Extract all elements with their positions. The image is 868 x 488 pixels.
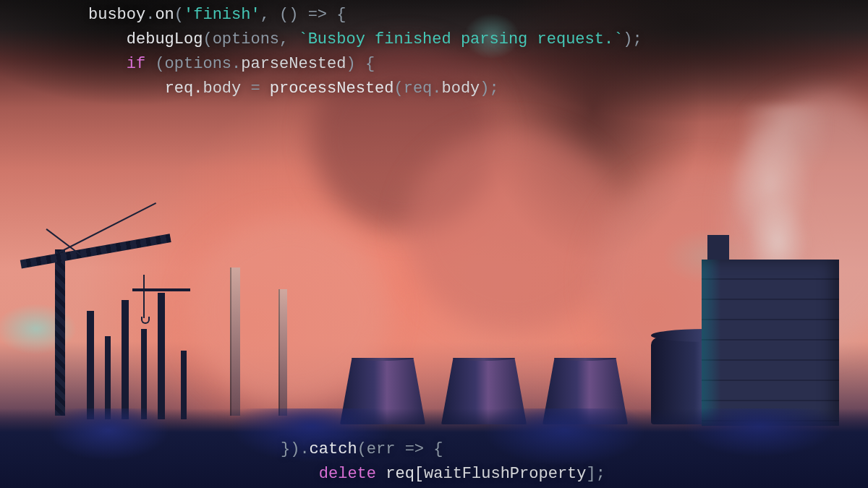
code-token: =>	[308, 6, 327, 24]
code-token: {	[424, 440, 443, 458]
code-token: );	[623, 30, 642, 48]
code-token: processNested	[270, 80, 394, 98]
code-token: catch	[310, 440, 357, 458]
code-token: 'finish'	[184, 6, 260, 24]
code-token: busboy	[88, 6, 145, 24]
code-token: =>	[405, 440, 424, 458]
code-token: waitFlushProperty	[424, 465, 586, 483]
code-token: );	[480, 80, 498, 98]
code-token: parseNested	[241, 55, 346, 73]
code-token	[281, 465, 319, 483]
code-token: if	[127, 55, 145, 73]
chimney-smoke	[727, 105, 828, 271]
code-overlay-top: busboy.on('finish', () => { debugLog(opt…	[88, 3, 642, 101]
code-token: req.	[165, 80, 203, 98]
code-token: on	[155, 6, 174, 24]
code-token: .	[145, 6, 155, 24]
code-overlay-bottom: }).catch(err => { delete req[waitFlushPr…	[281, 437, 605, 487]
code-token: body	[203, 80, 241, 98]
code-token: delete	[319, 465, 376, 483]
code-token: body	[442, 80, 480, 98]
code-token: =	[241, 80, 270, 98]
code-token: , ()	[260, 6, 308, 24]
code-token	[88, 80, 165, 98]
code-token: }).	[281, 440, 310, 458]
code-token	[88, 55, 127, 73]
code-token: (err	[357, 440, 405, 458]
smoke-plume	[405, 130, 622, 333]
code-token: `Busboy finished parsing request.`	[298, 30, 623, 48]
code-token: ) {	[346, 55, 375, 73]
code-token: (options,	[203, 30, 298, 48]
code-token: (req.	[394, 80, 442, 98]
code-token: (options.	[145, 55, 241, 73]
code-token	[88, 30, 127, 48]
code-token: debugLog	[127, 30, 203, 48]
code-token: {	[327, 6, 346, 24]
code-token: (	[174, 6, 184, 24]
code-token: req[	[376, 465, 424, 483]
industrial-building	[702, 260, 839, 426]
code-token: ];	[586, 465, 605, 483]
